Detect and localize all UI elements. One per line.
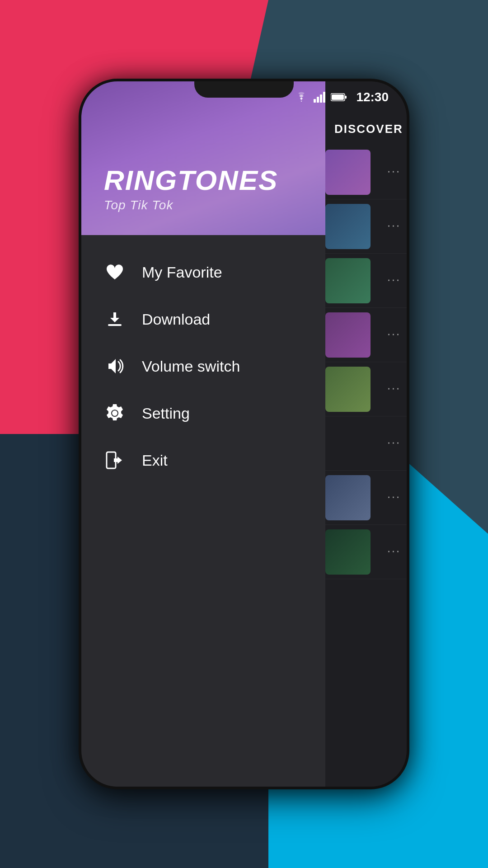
status-time: 12:30 bbox=[356, 90, 389, 104]
main-content: DISCOVER ⋮ ⋮ ⋮ bbox=[325, 81, 407, 787]
menu-item-download[interactable]: Download bbox=[81, 296, 325, 343]
more-options-2[interactable]: ⋮ bbox=[385, 218, 403, 235]
svg-rect-7 bbox=[108, 324, 122, 326]
phone-frame: 12:30 RINGTONES Top Tik Tok M bbox=[81, 81, 407, 787]
menu-item-setting[interactable]: Setting bbox=[81, 390, 325, 437]
phone-notch bbox=[194, 81, 294, 98]
svg-rect-0 bbox=[314, 99, 316, 103]
volume-icon bbox=[104, 355, 126, 377]
heart-icon bbox=[104, 261, 126, 283]
setting-label: Setting bbox=[142, 405, 190, 422]
song-item-4[interactable]: ⋮ bbox=[325, 308, 407, 362]
more-options-1[interactable]: ⋮ bbox=[385, 164, 403, 181]
song-thumb-4 bbox=[325, 312, 371, 358]
song-thumb-7 bbox=[325, 475, 371, 520]
song-thumb-1 bbox=[325, 150, 371, 195]
song-item-3[interactable]: ⋮ bbox=[325, 254, 407, 308]
more-options-5[interactable]: ⋮ bbox=[385, 381, 403, 398]
exit-icon bbox=[104, 449, 126, 471]
exit-label: Exit bbox=[142, 452, 168, 469]
svg-rect-3 bbox=[323, 92, 325, 103]
more-options-6[interactable]: ⋮ bbox=[385, 435, 403, 452]
song-thumb-6 bbox=[325, 421, 371, 466]
song-item-2[interactable]: ⋮ bbox=[325, 199, 407, 254]
signal-icon bbox=[314, 92, 325, 103]
more-options-7[interactable]: ⋮ bbox=[385, 489, 403, 506]
drawer: RINGTONES Top Tik Tok My Favorite bbox=[81, 81, 325, 787]
menu-list: My Favorite Download bbox=[81, 235, 325, 787]
battery-icon bbox=[331, 93, 347, 102]
more-options-8[interactable]: ⋮ bbox=[385, 543, 403, 561]
status-icons: 12:30 bbox=[295, 90, 389, 104]
song-item-7[interactable]: ⋮ bbox=[325, 471, 407, 525]
app-subtitle: Top Tik Tok bbox=[104, 198, 303, 212]
song-item-6[interactable]: ⋮ bbox=[325, 416, 407, 471]
svg-rect-6 bbox=[332, 94, 344, 100]
wifi-icon bbox=[295, 92, 308, 103]
song-list: ⋮ ⋮ ⋮ ⋮ bbox=[325, 145, 407, 787]
screen: RINGTONES Top Tik Tok My Favorite bbox=[81, 81, 407, 787]
volume-label: Volume switch bbox=[142, 358, 240, 375]
settings-icon bbox=[104, 402, 126, 424]
menu-item-volume[interactable]: Volume switch bbox=[81, 343, 325, 390]
favorite-label: My Favorite bbox=[142, 264, 222, 281]
more-options-4[interactable]: ⋮ bbox=[385, 326, 403, 344]
download-label: Download bbox=[142, 311, 210, 328]
svg-point-8 bbox=[112, 410, 117, 416]
download-icon bbox=[104, 308, 126, 330]
song-thumb-2 bbox=[325, 204, 371, 249]
svg-rect-1 bbox=[317, 97, 319, 103]
song-thumb-5 bbox=[325, 367, 371, 412]
menu-item-exit[interactable]: Exit bbox=[81, 437, 325, 484]
svg-rect-5 bbox=[345, 96, 347, 99]
svg-rect-2 bbox=[320, 94, 322, 103]
song-item-5[interactable]: ⋮ bbox=[325, 362, 407, 416]
song-thumb-8 bbox=[325, 529, 371, 575]
menu-item-favorite[interactable]: My Favorite bbox=[81, 249, 325, 296]
song-item-8[interactable]: ⋮ bbox=[325, 525, 407, 579]
song-item-1[interactable]: ⋮ bbox=[325, 145, 407, 199]
app-title: RINGTONES bbox=[104, 166, 303, 194]
more-options-3[interactable]: ⋮ bbox=[385, 272, 403, 289]
song-thumb-3 bbox=[325, 258, 371, 303]
